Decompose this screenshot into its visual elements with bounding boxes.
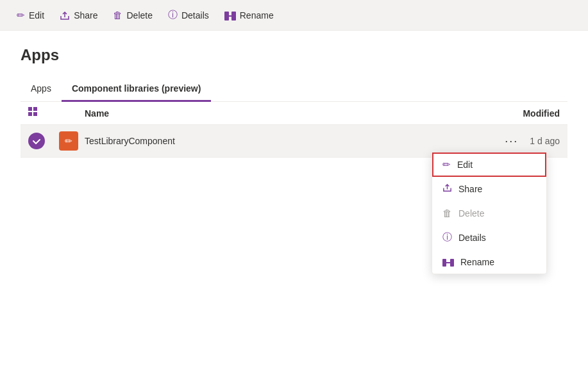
context-edit-label: Edit [457,160,473,170]
context-rename-icon [442,256,454,267]
row-modified-date: 1 d ago [530,136,560,146]
toolbar-share-label: Share [74,10,97,21]
toolbar-delete-button[interactable]: 🗑 Delete [106,6,158,24]
header-name-col: Name [85,108,457,119]
svg-rect-4 [450,259,454,267]
check-circle [28,133,45,149]
context-details-icon: ⓘ [442,231,452,243]
context-edit-icon: ✏ [442,159,451,170]
toolbar: ✏ Edit Share 🗑 Delete ⓘ Details Rename [0,0,588,31]
table-container: Name Modified ✏ TestLibraryComponent ···… [21,102,567,158]
svg-rect-5 [446,262,450,263]
row-app-icon: ✏ [59,131,85,151]
context-menu-details[interactable]: ⓘ Details [432,225,546,250]
context-menu-rename[interactable]: Rename [432,250,546,274]
svg-rect-0 [224,12,229,21]
row-name-cell: TestLibraryComponent [85,136,457,146]
context-rename-label: Rename [460,257,494,267]
grid-icon [28,107,38,117]
row-modified-cell: ··· 1 d ago [457,133,560,149]
header-check-col [28,107,59,119]
tab-apps[interactable]: Apps [21,77,62,102]
details-icon: ⓘ [168,9,178,21]
context-delete-label: Delete [458,208,484,218]
context-share-icon [442,183,452,195]
context-menu: ✏ Edit Share 🗑 Delete ⓘ Details [432,152,547,274]
svg-rect-3 [442,259,446,267]
pencil-small-icon: ✏ [65,136,72,146]
page-title: Apps [21,46,567,64]
main-content: Apps Apps Component libraries (preview) … [0,31,588,173]
app-icon-box: ✏ [59,131,78,151]
header-modified-col: Modified [457,108,560,119]
context-delete-icon: 🗑 [442,208,452,218]
table-row[interactable]: ✏ TestLibraryComponent ··· 1 d ago ✏ Edi… [21,125,567,158]
toolbar-rename-button[interactable]: Rename [218,6,280,24]
share-icon [60,9,70,21]
rename-icon [224,10,236,21]
toolbar-details-label: Details [181,10,209,21]
toolbar-details-button[interactable]: ⓘ Details [162,5,215,25]
row-name: TestLibraryComponent [85,136,175,146]
toolbar-edit-label: Edit [29,10,44,21]
svg-rect-1 [231,12,236,21]
more-options-button[interactable]: ··· [501,133,522,149]
table-header: Name Modified [21,102,567,125]
toolbar-share-button[interactable]: Share [53,5,104,24]
context-menu-edit[interactable]: ✏ Edit [432,153,546,177]
delete-icon: 🗑 [113,10,122,21]
tabs-container: Apps Component libraries (preview) [21,77,567,102]
context-share-label: Share [458,184,482,194]
context-menu-delete[interactable]: 🗑 Delete [432,201,546,225]
row-check[interactable] [28,133,59,149]
tab-component-libraries[interactable]: Component libraries (preview) [62,77,211,102]
svg-rect-2 [229,15,231,17]
context-menu-share[interactable]: Share [432,177,546,201]
toolbar-delete-label: Delete [126,10,152,21]
edit-icon: ✏ [17,10,25,21]
context-details-label: Details [458,233,486,243]
toolbar-rename-label: Rename [240,10,274,21]
toolbar-edit-button[interactable]: ✏ Edit [10,6,51,25]
